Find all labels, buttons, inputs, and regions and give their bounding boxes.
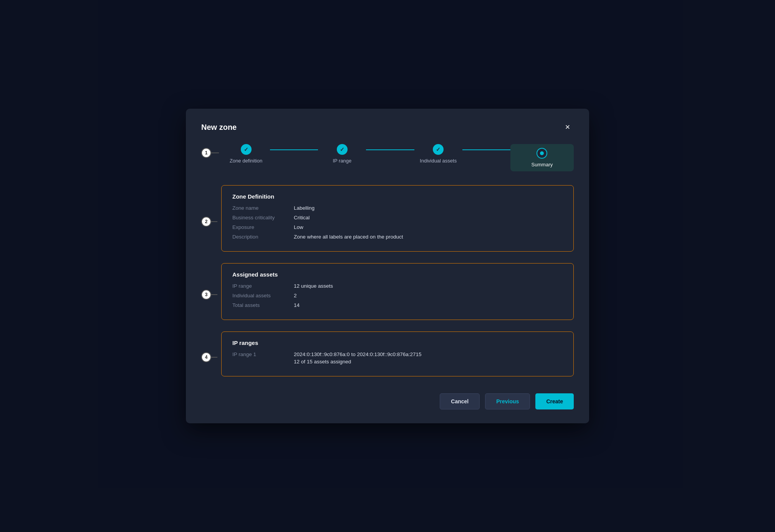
step-circle-1: ✓: [241, 144, 252, 155]
assigned-assets-title: Assigned assets: [232, 271, 563, 278]
ip-range-1-values: 2024:0:130f::9c0:876a:0 to 2024:0:130f::…: [294, 351, 422, 365]
exposure-row: Exposure Low: [232, 224, 563, 230]
ip-range-1-label: IP range 1: [232, 351, 294, 357]
description-row: Description Zone where all labels are pl…: [232, 234, 563, 240]
step-ip-range: ✓ IP range: [318, 144, 366, 164]
zone-name-label: Zone name: [232, 205, 294, 211]
ip-range-1-value-line2: 12 of 15 assets assigned: [294, 359, 422, 365]
annotation-line-2: [211, 221, 217, 222]
previous-button[interactable]: Previous: [485, 393, 530, 409]
annotation-circle-4: 4: [201, 352, 211, 362]
exposure-label: Exposure: [232, 224, 294, 230]
step-label-3: Individual assets: [420, 158, 457, 164]
ip-range-assets-row: IP range 12 unique assets: [232, 283, 563, 289]
modal-backdrop: New zone × 1 ✓ Zone definition: [0, 0, 775, 532]
annotation-3-wrapper: 3: [201, 290, 217, 300]
annotation-line-1: [211, 152, 219, 153]
step-annotation-1: 1: [201, 148, 219, 158]
step-individual-assets: ✓ Individual assets: [414, 144, 462, 164]
modal-header: New zone ×: [201, 121, 574, 133]
create-button[interactable]: Create: [535, 393, 574, 409]
connector-2: [366, 149, 414, 150]
step-circle-3: ✓: [433, 144, 444, 155]
business-criticality-row: Business criticality Critical: [232, 215, 563, 220]
total-assets-value: 14: [294, 302, 300, 308]
individual-assets-label: Individual assets: [232, 293, 294, 298]
zone-definition-row: 2 Zone Definition Zone name Labelling Bu…: [201, 185, 574, 258]
annotation-circle-3: 3: [201, 290, 211, 300]
assigned-assets-card: Assigned assets IP range 12 unique asset…: [221, 263, 574, 320]
annotation-line-3: [211, 294, 217, 295]
step-label-1: Zone definition: [230, 158, 262, 164]
step-check-3: ✓: [436, 146, 440, 152]
step-zone-definition: ✓ Zone definition: [222, 144, 270, 164]
assigned-assets-row: 3 Assigned assets IP range 12 unique ass…: [201, 263, 574, 326]
close-button[interactable]: ×: [561, 121, 574, 133]
steps-row: ✓ Zone definition ✓ IP range: [222, 144, 574, 171]
ip-range-assets-value: 12 unique assets: [294, 283, 333, 289]
zone-name-value: Labelling: [294, 205, 315, 211]
zone-definition-title: Zone Definition: [232, 193, 563, 200]
step-circle-2: ✓: [337, 144, 348, 155]
step-check-1: ✓: [244, 146, 248, 152]
connector-1: [270, 149, 318, 150]
description-value: Zone where all labels are placed on the …: [294, 234, 403, 240]
cancel-button[interactable]: Cancel: [440, 393, 480, 409]
individual-assets-row: Individual assets 2: [232, 293, 563, 298]
annotation-4-wrapper: 4: [201, 352, 217, 362]
description-label: Description: [232, 234, 294, 240]
ip-range-1-row: IP range 1 2024:0:130f::9c0:876a:0 to 20…: [232, 351, 563, 365]
annotation-line-4: [211, 357, 217, 358]
annotation-2-wrapper: 2: [201, 217, 217, 227]
step-label-2: IP range: [333, 158, 351, 164]
ip-range-assets-label: IP range: [232, 283, 294, 289]
total-assets-row: Total assets 14: [232, 302, 563, 308]
step-dot-4: [540, 151, 544, 155]
individual-assets-value: 2: [294, 293, 297, 298]
modal-title: New zone: [201, 123, 237, 132]
step-summary: Summary: [510, 144, 574, 171]
exposure-value: Low: [294, 224, 303, 230]
zone-definition-card: Zone Definition Zone name Labelling Busi…: [221, 185, 574, 252]
new-zone-modal: New zone × 1 ✓ Zone definition: [186, 109, 589, 423]
zone-name-row: Zone name Labelling: [232, 205, 563, 211]
business-criticality-label: Business criticality: [232, 215, 294, 220]
step-check-2: ✓: [340, 146, 344, 152]
connector-3: [462, 149, 510, 150]
annotation-circle-1: 1: [201, 148, 211, 158]
content-area: 2 Zone Definition Zone name Labelling Bu…: [201, 185, 574, 383]
ip-range-1-value-line1: 2024:0:130f::9c0:876a:0 to 2024:0:130f::…: [294, 351, 422, 357]
modal-footer: Cancel Previous Create: [201, 393, 574, 409]
total-assets-label: Total assets: [232, 302, 294, 308]
annotation-circle-2: 2: [201, 217, 211, 227]
ip-ranges-title: IP ranges: [232, 340, 563, 346]
stepper: 1 ✓ Zone definition ✓: [201, 144, 574, 171]
ip-ranges-card: IP ranges IP range 1 2024:0:130f::9c0:87…: [221, 331, 574, 376]
ip-ranges-row: 4 IP ranges IP range 1 2024:0:130f::9c0:…: [201, 331, 574, 383]
step-circle-4: [537, 148, 547, 159]
step-label-4: Summary: [532, 162, 553, 167]
business-criticality-value: Critical: [294, 215, 310, 220]
